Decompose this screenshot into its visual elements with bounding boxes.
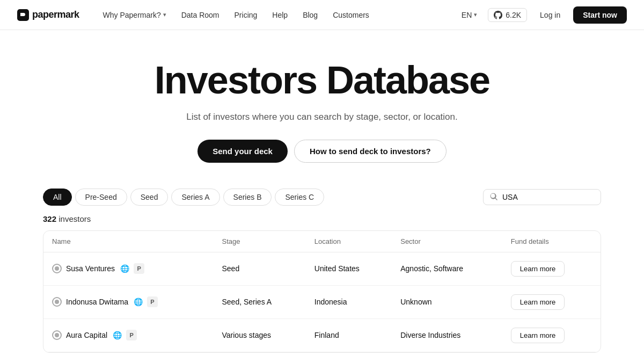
status-dot-2 (52, 330, 62, 340)
cell-location-0: United States (306, 252, 392, 285)
table-row: Susa Ventures 🌐 P Seed United States Agn… (43, 252, 601, 285)
hero-section: Investors Database List of investors whe… (0, 30, 644, 184)
table-row: Indonusa Dwitama 🌐 P Seed, Series A Indo… (43, 285, 601, 318)
col-location: Location (306, 231, 392, 252)
nav-item-blog[interactable]: Blog (296, 8, 324, 23)
investor-name-0: Susa Ventures (66, 264, 115, 273)
cell-location-2: Finland (306, 318, 392, 352)
col-sector: Sector (392, 231, 502, 252)
investor-name-1: Indonusa Dwitama (66, 298, 128, 306)
table-header-row: Name Stage Location Sector Fund details (43, 231, 601, 252)
hero-title: Investors Database (13, 60, 631, 101)
cell-fund-0: Learn more (502, 252, 601, 285)
logo[interactable]: papermark (17, 9, 79, 21)
nav-item-customers[interactable]: Customers (326, 8, 376, 23)
login-link[interactable]: Log in (533, 8, 567, 23)
col-fund: Fund details (502, 231, 601, 252)
p-badge-1: P (147, 296, 158, 307)
investor-count: 322 investors (43, 214, 91, 223)
table-row: Aura Capital 🌐 P Various stages Finland … (43, 318, 601, 352)
status-dot-0 (52, 264, 62, 273)
logo-icon (17, 9, 29, 21)
send-deck-button[interactable]: Send your deck (197, 140, 288, 163)
filter-tab-preseed[interactable]: Pre-Seed (75, 189, 127, 206)
how-to-send-button[interactable]: How to send deck to investors? (294, 140, 447, 163)
filter-row: All Pre-Seed Seed Series A Series B Seri… (43, 189, 601, 206)
search-box (483, 189, 601, 205)
cell-name-1: Indonusa Dwitama 🌐 P (43, 285, 214, 318)
col-stage: Stage (214, 231, 306, 252)
cell-name-2: Aura Capital 🌐 P (43, 318, 214, 352)
cell-fund-2: Learn more (502, 318, 601, 352)
cell-location-1: Indonesia (306, 285, 392, 318)
cell-sector-2: Diverse Industries (392, 318, 502, 352)
cell-stage-0: Seed (214, 252, 306, 285)
p-badge-0: P (134, 263, 144, 274)
p-badge-2: P (126, 330, 137, 340)
status-dot-1 (52, 297, 62, 307)
lang-chevron-icon: ▾ (474, 11, 477, 18)
learn-more-button-2[interactable]: Learn more (511, 328, 565, 343)
col-name: Name (43, 231, 214, 252)
filter-tab-series-b[interactable]: Series B (223, 189, 272, 206)
github-icon (494, 11, 502, 19)
filter-tab-all[interactable]: All (43, 189, 72, 206)
filter-tab-series-a[interactable]: Series A (171, 189, 219, 206)
chevron-down-icon: ▾ (163, 11, 166, 18)
cell-sector-0: Agnostic, Software (392, 252, 502, 285)
globe-icon-0: 🌐 (120, 264, 129, 273)
investor-table: Name Stage Location Sector Fund details … (43, 231, 601, 352)
filter-tabs: All Pre-Seed Seed Series A Series B Seri… (43, 189, 324, 206)
filter-tab-seed[interactable]: Seed (130, 189, 169, 206)
nav-item-dataroom[interactable]: Data Room (175, 8, 226, 23)
logo-text: papermark (32, 9, 79, 20)
search-icon (490, 193, 498, 201)
cell-stage-1: Seed, Series A (214, 285, 306, 318)
investor-table-wrap: Name Stage Location Sector Fund details … (43, 230, 601, 353)
start-now-button[interactable]: Start now (573, 6, 627, 24)
language-selector[interactable]: EN ▾ (457, 9, 481, 21)
search-input[interactable] (502, 193, 588, 201)
nav-item-pricing[interactable]: Pricing (228, 8, 264, 23)
navbar: papermark Why Papermark? ▾ Data Room Pri… (0, 0, 644, 30)
github-stars[interactable]: 6.2K (488, 8, 527, 22)
investor-name-2: Aura Capital (66, 331, 107, 339)
cell-stage-2: Various stages (214, 318, 306, 352)
cell-name-0: Susa Ventures 🌐 P (43, 252, 214, 285)
learn-more-button-1[interactable]: Learn more (511, 294, 565, 310)
hero-buttons: Send your deck How to send deck to inves… (13, 140, 631, 163)
count-row: 322 investors (43, 214, 601, 224)
cell-fund-1: Learn more (502, 285, 601, 318)
nav-right: EN ▾ 6.2K Log in Start now (457, 6, 627, 24)
globe-icon-1: 🌐 (134, 298, 143, 306)
filter-tab-series-c[interactable]: Series C (275, 189, 324, 206)
nav-item-help[interactable]: Help (266, 8, 294, 23)
filter-section: All Pre-Seed Seed Series A Series B Seri… (0, 189, 644, 353)
nav-links: Why Papermark? ▾ Data Room Pricing Help … (97, 8, 457, 23)
globe-icon-2: 🌐 (113, 331, 122, 339)
hero-subtitle: List of investors where you can search b… (13, 112, 631, 122)
learn-more-button-0[interactable]: Learn more (511, 261, 565, 277)
nav-item-why[interactable]: Why Papermark? ▾ (97, 8, 173, 23)
cell-sector-1: Unknown (392, 285, 502, 318)
